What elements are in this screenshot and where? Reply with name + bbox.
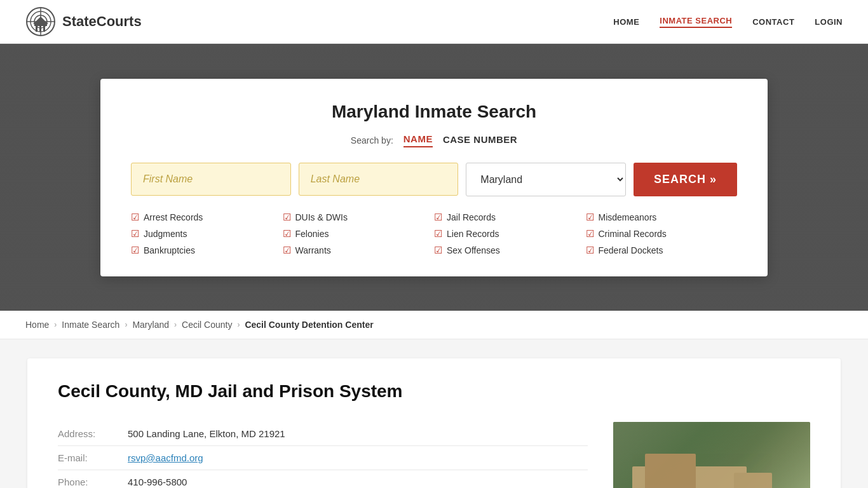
checklist-col-2: ☑ DUIs & DWIs ☑ Felonies ☑ Warrants <box>283 212 435 256</box>
search-button[interactable]: SEARCH » <box>634 163 737 196</box>
checklist-label: Federal Dockets <box>599 245 663 255</box>
search-by-label: Search by: <box>351 135 393 146</box>
content-card: Cecil County, MD Jail and Prison System … <box>27 358 841 488</box>
tab-name[interactable]: NAME <box>403 133 433 147</box>
site-header: StateCourts HOME INMATE SEARCH CONTACT L… <box>0 0 868 44</box>
nav-home[interactable]: HOME <box>613 17 639 27</box>
svg-rect-6 <box>39 25 41 32</box>
check-icon: ☑ <box>131 212 139 223</box>
checklist-label: Felonies <box>295 229 329 239</box>
tab-case-number[interactable]: CASE NUMBER <box>443 134 517 147</box>
check-icon: ☑ <box>131 245 139 256</box>
checklist-item: ☑ Warrants <box>283 245 435 256</box>
check-icon: ☑ <box>434 228 442 240</box>
phone-value: 410-996-5800 <box>128 477 187 487</box>
facility-title: Cecil County, MD Jail and Prison System <box>58 381 810 402</box>
email-row: E-mail: rsvp@aacfmd.org <box>58 446 588 470</box>
main-nav: HOME INMATE SEARCH CONTACT LOGIN <box>613 16 843 28</box>
check-icon: ☑ <box>283 245 291 256</box>
first-name-input[interactable] <box>131 163 291 196</box>
breadcrumb-county[interactable]: Cecil County <box>182 320 232 330</box>
logo-text: StateCourts <box>62 13 142 30</box>
check-icon: ☑ <box>586 212 594 223</box>
check-icon: ☑ <box>283 212 291 223</box>
checklist-label: Misdemeanors <box>599 212 657 222</box>
breadcrumb: Home › Inmate Search › Maryland › Cecil … <box>0 311 868 339</box>
nav-contact[interactable]: CONTACT <box>752 17 794 27</box>
svg-rect-5 <box>36 25 37 32</box>
svg-rect-7 <box>43 25 45 32</box>
search-card: Maryland Inmate Search Search by: NAME C… <box>100 79 768 276</box>
check-icon: ☑ <box>434 245 442 256</box>
checklist-label: Criminal Records <box>599 229 667 239</box>
checklist-grid: ☑ Arrest Records ☑ Judgments ☑ Bankruptc… <box>131 212 737 256</box>
checklist-label: Judgments <box>144 229 187 239</box>
logo-icon <box>25 6 56 37</box>
checklist-label: Warrants <box>295 245 331 255</box>
logo-area[interactable]: StateCourts <box>25 6 142 37</box>
nav-inmate-search[interactable]: INMATE SEARCH <box>660 16 732 28</box>
email-link[interactable]: rsvp@aacfmd.org <box>128 452 203 463</box>
info-layout: Address: 500 Landing Lane, Elkton, MD 21… <box>58 422 810 488</box>
hero-section: COURTHOUSE Maryland Inmate Search Search… <box>0 44 868 311</box>
facility-image <box>613 422 810 488</box>
breadcrumb-sep: › <box>174 320 177 329</box>
info-table: Address: 500 Landing Lane, Elkton, MD 21… <box>58 422 588 488</box>
breadcrumb-current: Cecil County Detention Center <box>245 320 373 330</box>
address-label: Address: <box>58 428 115 439</box>
search-title: Maryland Inmate Search <box>131 102 737 122</box>
address-row: Address: 500 Landing Lane, Elkton, MD 21… <box>58 422 588 446</box>
checklist-label: Sex Offenses <box>447 245 500 255</box>
checklist-label: Jail Records <box>447 212 496 222</box>
breadcrumb-inmate-search[interactable]: Inmate Search <box>62 320 119 330</box>
checklist-label: Lien Records <box>447 229 499 239</box>
checklist-label: Bankruptcies <box>144 245 195 255</box>
phone-label: Phone: <box>58 477 115 487</box>
check-icon: ☑ <box>586 245 594 256</box>
checklist-item: ☑ Felonies <box>283 228 435 240</box>
check-icon: ☑ <box>131 228 139 240</box>
checklist-label: DUIs & DWIs <box>295 212 348 222</box>
checklist-item: ☑ Federal Dockets <box>586 245 738 256</box>
checklist-label: Arrest Records <box>144 212 203 222</box>
svg-rect-8 <box>34 24 47 26</box>
check-icon: ☑ <box>586 228 594 240</box>
checklist-item: ☑ Arrest Records <box>131 212 283 223</box>
breadcrumb-sep: › <box>54 320 57 329</box>
facility-building-shape <box>632 466 747 488</box>
state-select[interactable]: Maryland <box>466 163 626 196</box>
nav-login[interactable]: LOGIN <box>815 17 843 27</box>
search-tabs-row: Search by: NAME CASE NUMBER <box>131 133 737 147</box>
checklist-item: ☑ Jail Records <box>434 212 586 223</box>
check-icon: ☑ <box>434 212 442 223</box>
checklist-item: ☑ Misdemeanors <box>586 212 738 223</box>
address-value: 500 Landing Lane, Elkton, MD 21921 <box>128 428 285 439</box>
check-icon: ☑ <box>283 228 291 240</box>
email-label: E-mail: <box>58 452 115 463</box>
checklist-item: ☑ Judgments <box>131 228 283 240</box>
checklist-col-1: ☑ Arrest Records ☑ Judgments ☑ Bankruptc… <box>131 212 283 256</box>
checklist-item: ☑ Bankruptcies <box>131 245 283 256</box>
search-fields: Maryland SEARCH » <box>131 163 737 196</box>
checklist-item: ☑ Lien Records <box>434 228 586 240</box>
breadcrumb-home[interactable]: Home <box>25 320 49 330</box>
breadcrumb-sep: › <box>237 320 240 329</box>
checklist-col-4: ☑ Misdemeanors ☑ Criminal Records ☑ Fede… <box>586 212 738 256</box>
phone-row: Phone: 410-996-5800 <box>58 470 588 488</box>
checklist-item: ☑ Criminal Records <box>586 228 738 240</box>
main-content: Cecil County, MD Jail and Prison System … <box>0 339 868 488</box>
checklist-col-3: ☑ Jail Records ☑ Lien Records ☑ Sex Offe… <box>434 212 586 256</box>
checklist-item: ☑ Sex Offenses <box>434 245 586 256</box>
checklist-item: ☑ DUIs & DWIs <box>283 212 435 223</box>
last-name-input[interactable] <box>299 163 459 196</box>
breadcrumb-maryland[interactable]: Maryland <box>132 320 169 330</box>
breadcrumb-sep: › <box>125 320 127 329</box>
